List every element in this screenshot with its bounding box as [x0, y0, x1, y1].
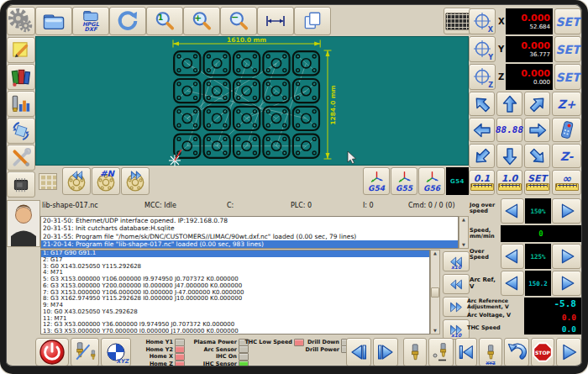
zero-z-button[interactable]: Z	[469, 64, 496, 90]
indicator-label: Arc Sensor	[203, 346, 237, 353]
log-list[interactable]: 20-31-50: Ethernet/UDP interface opened.…	[40, 216, 459, 249]
jog-over-speed-down-button[interactable]	[501, 198, 524, 224]
start-button[interactable]	[556, 338, 581, 366]
jog-up-right-button[interactable]	[524, 92, 550, 116]
jog-down-left-button[interactable]	[469, 144, 495, 168]
torch-probe-button[interactable]	[428, 338, 454, 366]
jog-over-speed-up-button[interactable]	[552, 198, 581, 224]
set-y-button[interactable]: SET	[554, 36, 581, 62]
log-line[interactable]: 21-20-14: Program file "lib-shape-017.nc…	[41, 240, 458, 248]
refresh-button[interactable]	[109, 7, 146, 35]
next-segment-button[interactable]	[373, 338, 398, 366]
scroll-thumb[interactable]	[431, 287, 439, 298]
double-left-arrow-icon	[67, 169, 87, 182]
jog-down-button[interactable]	[496, 144, 522, 168]
jog-down-right-button[interactable]	[524, 144, 550, 168]
torch-height-icon	[74, 341, 96, 363]
step-forward-x10-button[interactable]: x10	[443, 319, 470, 340]
torch-height-button[interactable]	[71, 338, 99, 366]
tools-settings-button[interactable]	[7, 145, 35, 171]
log-line[interactable]: 20-31-50: Ethernet/UDP interface opened.…	[41, 217, 458, 224]
step-label: 0.1	[474, 174, 491, 183]
open-hpgl-dxf-button[interactable]: HPGL DXF	[72, 7, 109, 35]
set-x-button[interactable]: SET	[554, 8, 581, 34]
torch-on-button[interactable]	[403, 338, 427, 366]
step-back-x10-button[interactable]: x10	[443, 251, 470, 271]
jog-up-left-button[interactable]	[469, 92, 495, 116]
over-speed-up-button[interactable]	[552, 244, 581, 269]
jog-z-plus-button[interactable]: Z+	[552, 92, 581, 116]
gcode-line[interactable]: 1: G17 G90 G91.1	[41, 250, 429, 257]
triangle-right-icon	[558, 274, 576, 292]
log-line[interactable]: 20-31-51: Init cutcharts database:H.sqli…	[41, 224, 458, 232]
ruler-icon	[470, 183, 494, 191]
work-canvas[interactable]: 1610.0 mm1284.0 mm	[35, 36, 469, 166]
jog-step-1.0-button[interactable]: 1.0	[496, 170, 522, 195]
program-mark-button[interactable]: #N	[92, 167, 120, 195]
step-back-button[interactable]	[443, 274, 470, 294]
gcode-line[interactable]: 13: G3 X53.000000 Y70.000000 I0.000000 J…	[41, 329, 429, 334]
scroll-down-icon[interactable]: ▼	[433, 328, 437, 334]
zoom-fit-button[interactable]: 1	[146, 7, 183, 35]
step-forward-button[interactable]	[443, 297, 470, 317]
jog-right-button[interactable]	[524, 118, 550, 142]
settings-button[interactable]	[7, 7, 35, 35]
jog-step-0.1-button[interactable]: 0.1	[469, 170, 495, 195]
wcs-g54-button[interactable]: G54	[363, 167, 390, 195]
rewind-button[interactable]	[455, 338, 477, 366]
back-button[interactable]	[504, 338, 529, 366]
zero-y-button[interactable]: Y	[469, 36, 496, 62]
program-next-button[interactable]	[121, 167, 150, 195]
scroll-down-icon[interactable]: ▼	[462, 242, 465, 248]
over-speed-value: 125%	[530, 253, 545, 261]
jog-step-set-button[interactable]: SET	[524, 170, 550, 195]
avatar-icon	[8, 201, 39, 246]
arc-ref-down-button[interactable]	[501, 271, 524, 296]
open-file-button[interactable]	[35, 7, 72, 35]
gcode-list[interactable]: 1: G17 G90 G91.12: G173: G0 X143.025050 …	[40, 250, 430, 334]
measure-button[interactable]	[257, 7, 294, 35]
virtual-keyboard-button[interactable]	[444, 8, 471, 34]
cutcharts-library-button[interactable]	[7, 64, 35, 90]
rotate-shape-button[interactable]	[7, 118, 35, 144]
gcode-line[interactable]: 10: G0 X43.025050 Y45.292628	[41, 309, 429, 316]
wcs-g55-button[interactable]: G55	[391, 167, 417, 195]
jog-step-continuous-button[interactable]: ∞	[552, 170, 581, 195]
remote-control-button[interactable]	[552, 118, 581, 142]
scroll-up-icon[interactable]: ▲	[462, 217, 465, 223]
copy-shape-button[interactable]	[294, 7, 331, 35]
power-button[interactable]	[35, 338, 69, 366]
edit-note-button[interactable]	[7, 37, 35, 63]
axis-letter: Y	[488, 54, 493, 61]
arc-ref-up-button[interactable]	[552, 271, 581, 296]
jog-up-button[interactable]	[496, 92, 522, 116]
jog-z-minus-button[interactable]: Z-	[552, 144, 581, 168]
hardware-chip-button[interactable]	[7, 171, 35, 198]
loaded-file-name: lib-shape-017.nc	[42, 202, 98, 209]
prev-segment-button[interactable]	[346, 338, 371, 366]
set-z-button[interactable]: SET	[554, 64, 581, 90]
gcode-scrollbar[interactable]: ▲ ▼	[430, 250, 440, 334]
gcode-line[interactable]: 3: G0 X143.025050 Y115.292628	[41, 264, 429, 271]
program-prev-button[interactable]	[62, 167, 91, 195]
z-work-value: 0.000	[521, 69, 550, 79]
goto-xyz-button[interactable]: XYZ	[101, 338, 131, 366]
log-scrollbar[interactable]: ▲ ▼	[459, 216, 469, 249]
arc-adjustment-label: Arc Reference Adjustment, V	[467, 298, 522, 310]
gcode-line[interactable]: 8: G3 X162.974950 Y115.292628 I0.000000 …	[41, 296, 429, 303]
over-speed-down-button[interactable]	[501, 244, 524, 269]
z-dro-display: 0.000 0.000	[506, 64, 553, 90]
zoom-out-button[interactable]: −	[220, 7, 257, 35]
torch-xyz-button[interactable]: XYZ	[479, 338, 502, 366]
jog-left-button[interactable]	[469, 118, 495, 142]
zero-x-button[interactable]: X	[469, 8, 496, 34]
triangle-right-icon	[558, 202, 576, 220]
log-line[interactable]: 20-31-55: Program file "/home/sk/DNC/CUS…	[41, 233, 458, 240]
zoom-in-button[interactable]: +	[183, 7, 220, 35]
wcs-g56-button[interactable]: G56	[418, 167, 445, 195]
stop-button[interactable]: STOP	[531, 338, 554, 366]
consumables-stats-button[interactable]	[7, 91, 35, 117]
segment-prev-icon	[349, 342, 369, 362]
scroll-up-icon[interactable]: ▲	[433, 250, 437, 256]
part-shape	[293, 51, 319, 75]
